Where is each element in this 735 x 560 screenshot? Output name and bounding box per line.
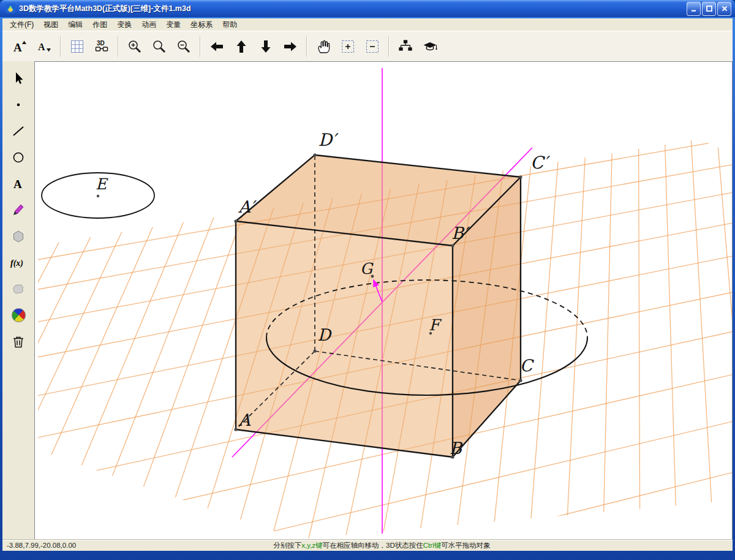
line-icon	[10, 123, 26, 139]
menu-file[interactable]: 文件(F)	[5, 18, 39, 31]
hexagon-icon	[10, 229, 26, 244]
grid-icon	[69, 39, 85, 55]
window-title: 3D数学教学平台Math3D(正式版)[三维]-文件1.m3d	[19, 4, 687, 14]
tutorial-button[interactable]	[418, 34, 442, 59]
zoom-in-icon	[127, 39, 143, 55]
point-icon	[10, 97, 26, 113]
menubar: 文件(F) 视图 编辑 作图 变换 动画 变量 坐标系 帮助	[2, 18, 733, 31]
menu-draw[interactable]: 作图	[88, 18, 112, 31]
arrow-up-icon	[233, 39, 249, 55]
minimize-button[interactable]	[687, 2, 701, 16]
stereo-3d-button[interactable]: 3D	[89, 34, 114, 59]
function-tool[interactable]: f(x)	[9, 254, 28, 271]
view-grid-button[interactable]	[65, 34, 89, 59]
titlebar[interactable]: 3D数学教学平台Math3D(正式版)[三维]-文件1.m3d	[0, 0, 735, 17]
arrow-left-icon	[209, 39, 225, 55]
workarea: A f(x)	[2, 61, 733, 540]
font-increase-icon: A	[12, 39, 28, 55]
color-tool[interactable]	[9, 307, 28, 324]
menu-transform[interactable]: 变换	[112, 18, 137, 31]
client-area: 文件(F) 视图 编辑 作图 变换 动画 变量 坐标系 帮助 A A	[2, 18, 733, 551]
close-icon	[721, 5, 728, 12]
polygon-tool[interactable]	[9, 228, 28, 244]
label-c-prime: C′	[530, 153, 550, 173]
graduation-cap-icon	[422, 39, 438, 55]
text-tool[interactable]: A	[9, 175, 28, 192]
menu-help[interactable]: 帮助	[217, 18, 242, 31]
fx-icon: f(x)	[9, 255, 28, 271]
point-tool[interactable]	[9, 96, 28, 113]
label-g: G	[360, 260, 374, 278]
menu-edit[interactable]: 编辑	[63, 18, 88, 31]
zoom-icon	[151, 39, 167, 55]
toolbar-separator	[118, 36, 119, 57]
selection-box-plus-icon	[340, 39, 356, 55]
object-tree-icon	[398, 39, 413, 55]
label-d-prime: D′	[318, 130, 339, 150]
menu-view[interactable]: 视图	[39, 18, 63, 31]
zoom-out-button[interactable]	[172, 34, 196, 59]
scene-svg: D′ C′ A′ B′ A B C D E F G	[35, 62, 732, 539]
object-tree-button[interactable]	[393, 34, 418, 59]
toolbar-separator	[388, 36, 390, 57]
label-a: A	[238, 411, 251, 429]
delete-tool[interactable]	[9, 333, 28, 350]
move-right-button[interactable]	[278, 34, 303, 59]
label-c: C	[520, 356, 535, 375]
move-left-button[interactable]	[205, 34, 229, 59]
zoom-box-in-button[interactable]	[336, 34, 360, 59]
label-b: B	[450, 439, 463, 458]
svg-text:3D: 3D	[97, 40, 105, 47]
arrow-down-icon	[258, 39, 274, 55]
toolbar-separator	[200, 36, 201, 57]
hand-icon	[315, 39, 331, 55]
tool-palette: A f(x)	[2, 61, 34, 540]
svg-text:A: A	[13, 178, 22, 191]
zoom-button[interactable]	[147, 34, 172, 59]
select-tool[interactable]	[9, 70, 28, 86]
pencil-tool[interactable]	[9, 202, 28, 218]
move-up-button[interactable]	[229, 34, 254, 59]
move-down-button[interactable]	[254, 34, 278, 59]
drawing-canvas[interactable]: D′ C′ A′ B′ A B C D E F G	[34, 61, 733, 540]
minimize-icon	[690, 5, 698, 12]
segment-tool[interactable]	[9, 123, 28, 139]
menu-coordinate-system[interactable]: 坐标系	[186, 18, 217, 31]
cube-front-face	[236, 221, 453, 457]
label-d: D	[317, 325, 332, 344]
zoom-in-button[interactable]	[123, 34, 147, 59]
maximize-button[interactable]	[702, 2, 716, 16]
menu-variable[interactable]: 变量	[161, 18, 186, 31]
status-coordinates: -3.88,7.99,-20.08,0.00	[2, 542, 190, 549]
label-e: E	[96, 175, 108, 193]
app-window: 3D数学教学平台Math3D(正式版)[三维]-文件1.m3d 文件(F) 视图…	[0, 0, 735, 560]
zoom-out-icon	[176, 39, 192, 55]
close-button[interactable]	[717, 2, 731, 16]
app-icon	[5, 3, 16, 14]
cursor-icon	[10, 70, 26, 86]
svg-text:A: A	[13, 41, 22, 54]
svg-text:A: A	[38, 42, 45, 52]
circle-tool[interactable]	[9, 149, 28, 165]
stereo-3d-glasses-icon: 3D	[94, 39, 110, 55]
zoom-box-out-button[interactable]	[360, 34, 385, 59]
color-wheel-icon	[12, 308, 26, 322]
toolbar-separator	[306, 36, 307, 57]
pan-hand-button[interactable]	[311, 34, 336, 59]
selection-box-minus-icon	[364, 39, 380, 55]
font-increase-button[interactable]: A	[7, 34, 32, 59]
menu-animation[interactable]: 动画	[137, 18, 161, 31]
font-decrease-button[interactable]: A	[32, 34, 56, 59]
maximize-icon	[706, 5, 713, 12]
trash-icon	[10, 334, 26, 350]
toolbar: A A 3D	[2, 31, 733, 62]
statusbar: -3.88,7.99,-20.08,0.00 分别按下x,y,z键可在相应轴向移…	[2, 539, 733, 551]
pencil-icon	[10, 202, 26, 218]
font-decrease-icon: A	[36, 39, 52, 55]
toolbar-separator	[60, 36, 61, 57]
circle-icon	[10, 149, 26, 165]
status-hint: 分别按下x,y,z键可在相应轴向移动，3D状态按住Ctrl键可水平拖动对象	[190, 541, 733, 550]
svg-text:f(x): f(x)	[10, 259, 23, 268]
surface-blob-icon	[10, 281, 26, 297]
surface-tool[interactable]	[9, 281, 28, 297]
